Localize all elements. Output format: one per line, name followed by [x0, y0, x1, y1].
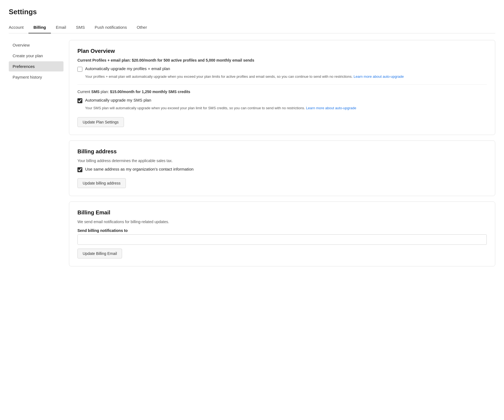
billing-address-card: Billing address Your billing address det…	[69, 140, 495, 196]
current-sms-line: Current SMS plan: $15.00/month for 1,250…	[77, 90, 487, 94]
tab-email[interactable]: Email	[51, 22, 71, 33]
current-profiles-line: Current Profiles + email plan: $20.00/mo…	[77, 58, 487, 62]
tab-account[interactable]: Account	[9, 22, 28, 33]
auto-upgrade-email-row: Automatically upgrade my profiles + emai…	[77, 66, 487, 72]
same-address-row: Use same address as my organization's co…	[77, 167, 487, 172]
billing-address-title: Billing address	[77, 148, 487, 155]
billing-email-input[interactable]	[77, 234, 487, 245]
sidebar-item-preferences[interactable]: Preferences	[9, 61, 63, 71]
tab-push-notifications[interactable]: Push notifications	[90, 22, 132, 33]
page-title: Settings	[9, 8, 495, 16]
auto-upgrade-sms-link[interactable]: Learn more about auto-upgrade	[306, 106, 356, 110]
tab-billing[interactable]: Billing	[28, 22, 51, 33]
auto-upgrade-email-checkbox[interactable]	[77, 67, 82, 72]
auto-upgrade-sms-label[interactable]: Automatically upgrade my SMS plan	[85, 98, 151, 102]
same-address-checkbox[interactable]	[77, 167, 82, 172]
plan-overview-title: Plan Overview	[77, 48, 487, 54]
plan-divider	[77, 84, 487, 85]
auto-upgrade-sms-checkbox[interactable]	[77, 98, 82, 103]
billing-email-field-label: Send billing notifications to	[77, 228, 487, 233]
auto-upgrade-email-link[interactable]: Learn more about auto-upgrade	[354, 74, 404, 79]
sidebar: Overview Create your plan Preferences Pa…	[9, 40, 69, 266]
main-content: Plan Overview Current Profiles + email p…	[69, 40, 495, 266]
plan-overview-card: Plan Overview Current Profiles + email p…	[69, 40, 495, 135]
billing-email-description: We send email notifications for billing-…	[77, 220, 487, 224]
auto-upgrade-email-helper: Your profiles + email plan will automati…	[85, 74, 487, 79]
update-billing-address-button[interactable]: Update billing address	[77, 178, 126, 188]
billing-email-title: Billing Email	[77, 209, 487, 216]
top-navigation: Account Billing Email SMS Push notificat…	[9, 22, 495, 33]
billing-email-card: Billing Email We send email notification…	[69, 202, 495, 266]
sidebar-item-payment-history[interactable]: Payment history	[9, 72, 63, 82]
update-billing-email-button[interactable]: Update Billing Email	[77, 249, 122, 258]
auto-upgrade-sms-row: Automatically upgrade my SMS plan	[77, 98, 487, 103]
sidebar-item-overview[interactable]: Overview	[9, 40, 63, 50]
same-address-label[interactable]: Use same address as my organization's co…	[85, 167, 193, 171]
sidebar-item-create-your-plan[interactable]: Create your plan	[9, 51, 63, 61]
billing-address-description: Your billing address determines the appl…	[77, 159, 487, 163]
auto-upgrade-sms-helper: Your SMS plan will automatically upgrade…	[85, 105, 487, 111]
tab-other[interactable]: Other	[132, 22, 152, 33]
tab-sms[interactable]: SMS	[71, 22, 90, 33]
auto-upgrade-email-label[interactable]: Automatically upgrade my profiles + emai…	[85, 66, 170, 71]
update-plan-settings-button[interactable]: Update Plan Settings	[77, 117, 124, 127]
